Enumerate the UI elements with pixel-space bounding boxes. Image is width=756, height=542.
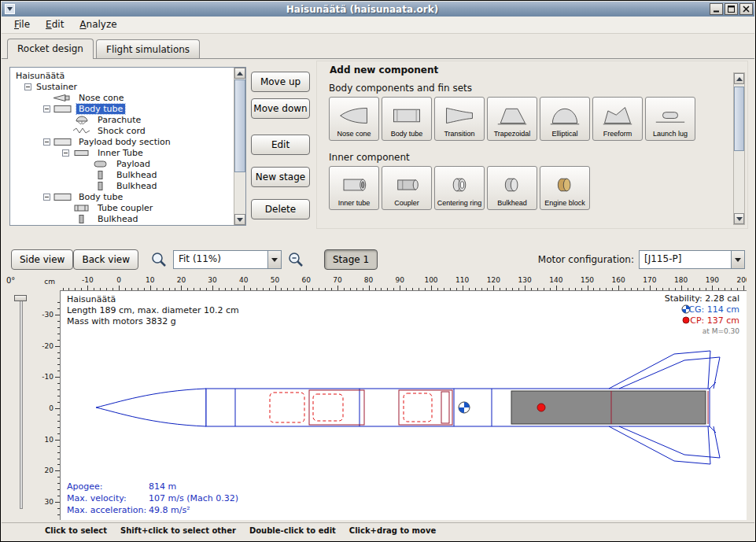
- app-window: Haisunäätä (haisunaata.ork) File Edit An…: [0, 0, 756, 542]
- scroll-up-button[interactable]: [234, 68, 245, 79]
- tree-item-body-tube[interactable]: Body tube: [10, 103, 234, 114]
- motor-configuration-value: [J115-P]: [640, 251, 731, 268]
- add-engine-block-button[interactable]: Engine block: [540, 166, 590, 210]
- menu-analyze[interactable]: Analyze: [72, 17, 124, 33]
- hint-click-drag: Click+drag to move: [349, 526, 436, 535]
- minimize-button[interactable]: [710, 3, 723, 15]
- shock-cord-icon: [72, 126, 92, 136]
- close-button[interactable]: [739, 3, 753, 15]
- max-acceleration-label: Max. acceleration:: [67, 505, 146, 515]
- rotation-slider-thumb[interactable]: [14, 295, 27, 301]
- scrollbar-thumb[interactable]: [234, 79, 245, 172]
- add-nose-cone-button[interactable]: Nose cone: [329, 97, 379, 141]
- tab-label: Rocket design: [17, 43, 83, 54]
- component-button-label: Coupler: [394, 200, 419, 208]
- collapse-icon[interactable]: [24, 83, 31, 90]
- add-freeform-fin-button[interactable]: Freeform: [592, 97, 643, 141]
- zoom-out-button[interactable]: [148, 249, 170, 270]
- centering-ring-icon: [444, 175, 475, 195]
- tree-item-sustainer[interactable]: Sustainer: [10, 81, 234, 92]
- tree-item-rocket-root[interactable]: Haisunäätä: [10, 70, 234, 81]
- tree-item-bulkhead[interactable]: Bulkhead: [10, 180, 234, 191]
- add-inner-tube-button[interactable]: Inner tube: [329, 166, 379, 210]
- arrow-up-icon: [237, 72, 243, 76]
- add-coupler-button[interactable]: Coupler: [382, 166, 432, 210]
- stability-label: Stability: 2.28 cal: [665, 293, 739, 304]
- add-launch-lug-button[interactable]: Launch lug: [645, 97, 695, 141]
- body-tube-icon: [53, 192, 73, 202]
- collapse-icon[interactable]: [43, 194, 50, 201]
- tree-item-payload[interactable]: Payload: [10, 158, 234, 169]
- rotation-slider-track[interactable]: [20, 295, 23, 509]
- tree-item-parachute[interactable]: Parachute: [10, 114, 234, 125]
- scrollbar-thumb[interactable]: [734, 87, 744, 151]
- add-centering-ring-button[interactable]: Centering ring: [434, 166, 485, 210]
- edit-button[interactable]: Edit: [251, 135, 310, 155]
- tab-flight-simulations[interactable]: Flight simulations: [96, 39, 200, 58]
- zoom-in-button[interactable]: [285, 249, 307, 270]
- rotation-control: 0°: [2, 275, 41, 520]
- horizontal-ruler: -100102030405060708090100110120130140150…: [60, 275, 747, 290]
- body-components-label: Body components and fin sets: [329, 83, 747, 94]
- zoom-level-select[interactable]: Fit (11%): [173, 250, 282, 269]
- tree-item-label: Body tube: [76, 104, 125, 114]
- statusbar: Click to select Shift+click to select ot…: [2, 522, 754, 537]
- cp-value-label: CP: 137 cm: [690, 315, 739, 326]
- tree-item-bulkhead[interactable]: Bulkhead: [10, 169, 234, 180]
- window-menu-icon[interactable]: [5, 4, 15, 14]
- collapse-icon[interactable]: [43, 138, 50, 146]
- add-trapezoidal-fin-button[interactable]: Trapezoidal: [487, 97, 537, 141]
- add-elliptical-fin-button[interactable]: Elliptical: [540, 97, 590, 141]
- tree-item-shock-cord[interactable]: Shock cord: [10, 125, 234, 136]
- chevron-down-icon[interactable]: [731, 251, 744, 268]
- motor-configuration-select[interactable]: [J115-P]: [639, 250, 745, 269]
- rocket-nose-cone[interactable]: [96, 389, 206, 426]
- scroll-up-button[interactable]: [734, 73, 744, 84]
- component-button-label: Body tube: [391, 131, 423, 138]
- back-view-button[interactable]: Back view: [73, 249, 138, 270]
- tree-item-label: Haisunäätä: [13, 71, 67, 81]
- tree-item-label: Tube coupler: [95, 203, 155, 213]
- menu-edit[interactable]: Edit: [38, 17, 72, 33]
- delete-button[interactable]: Delete: [251, 199, 310, 219]
- mach-condition-label: at M=0.30: [703, 327, 740, 335]
- tree-item-tube-coupler[interactable]: Tube coupler: [10, 202, 234, 213]
- rocket-canvas[interactable]: Haisunäätä Length 189 cm, max. diameter …: [60, 290, 747, 520]
- tree-item-payload-body-section[interactable]: Payload body section: [10, 136, 234, 147]
- add-transition-button[interactable]: Transition: [434, 97, 485, 141]
- scroll-down-button[interactable]: [234, 214, 245, 225]
- collapse-icon[interactable]: [43, 105, 50, 112]
- cp-marker: [537, 404, 545, 411]
- component-panel-scrollbar[interactable]: [733, 72, 745, 225]
- menu-file[interactable]: File: [6, 17, 38, 33]
- inner-component-buttons: Inner tube Coupler Centering ring Bulkhe…: [329, 166, 747, 210]
- scroll-down-button[interactable]: [734, 213, 744, 224]
- tree-scrollbar[interactable]: [234, 68, 245, 225]
- new-stage-button[interactable]: New stage: [251, 167, 310, 187]
- add-bulkhead-button[interactable]: Bulkhead: [487, 166, 537, 210]
- tube-coupler-icon: [72, 203, 92, 213]
- add-body-tube-button[interactable]: Body tube: [382, 97, 432, 141]
- close-icon: [743, 6, 750, 13]
- stage-1-toggle[interactable]: Stage 1: [324, 249, 378, 270]
- body-tube-icon: [391, 105, 422, 126]
- body-component-buttons: Nose cone Body tube Transition Trapezoid…: [329, 97, 747, 141]
- collapse-icon[interactable]: [62, 149, 69, 157]
- tree-item-label: Shock cord: [95, 126, 148, 136]
- tree-item-nose-cone[interactable]: Nose cone: [10, 92, 234, 103]
- apogee-label: Apogee:: [67, 481, 102, 492]
- tree-item-body-tube-aft[interactable]: Body tube: [10, 191, 234, 202]
- side-view-button[interactable]: Side view: [11, 249, 73, 270]
- move-down-button[interactable]: Move down: [251, 98, 310, 119]
- tree-item-bulkhead-aft[interactable]: Bulkhead: [10, 213, 234, 224]
- chevron-down-icon[interactable]: [267, 251, 281, 268]
- nose-cone-icon: [338, 105, 370, 126]
- move-up-button[interactable]: Move up: [251, 72, 310, 92]
- vertical-ruler: cm -30-20-100102030: [41, 275, 60, 520]
- titlebar[interactable]: Haisunäätä (haisunaata.ork): [2, 2, 754, 17]
- component-button-label: Bulkhead: [497, 200, 527, 208]
- tab-rocket-design[interactable]: Rocket design: [7, 39, 94, 59]
- tree-item-inner-tube[interactable]: Inner Tube: [10, 147, 234, 158]
- maximize-button[interactable]: [725, 3, 738, 15]
- add-component-title: Add new component: [330, 65, 747, 76]
